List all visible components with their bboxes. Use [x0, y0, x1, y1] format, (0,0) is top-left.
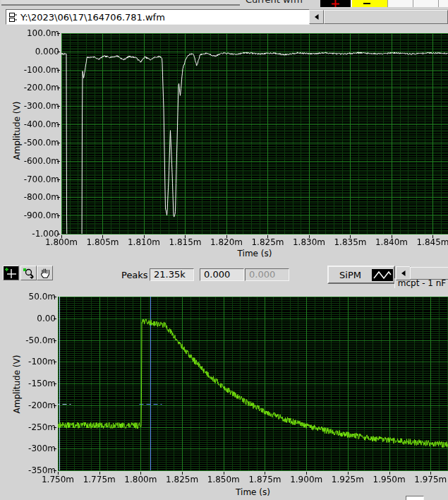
pan-tool-button[interactable]	[37, 266, 53, 280]
path-icon	[8, 12, 18, 23]
y-tick-label: -500.0m	[17, 138, 59, 148]
y-tick-label: -350m	[13, 465, 56, 475]
y-tick-label: -400.0m	[17, 119, 59, 129]
plot-legend-strip	[320, 0, 448, 7]
legend-highlight-cell[interactable]	[352, 0, 387, 7]
x-tick-label: 1.800m	[43, 237, 80, 247]
x-axis-label: Time (s)	[61, 249, 448, 258]
arrow-left-icon	[313, 13, 321, 21]
magnifier-icon	[22, 267, 35, 279]
x-tick-label: 1.750m	[40, 475, 76, 484]
sipm-plot[interactable]	[53, 294, 448, 477]
zoom-tool-button[interactable]	[20, 266, 37, 280]
y-tick-label: -300m	[13, 444, 56, 453]
x-tick-label: 1.825m	[164, 475, 200, 484]
dash-icon	[363, 3, 370, 4]
cursor-tool-button[interactable]	[3, 266, 19, 280]
waveform-icon	[372, 269, 393, 281]
x-axis-label: Time (s)	[58, 487, 448, 497]
y-tick-label: -300.0m	[17, 101, 59, 111]
y-tick-label: -100m	[13, 357, 56, 367]
x-tick-label: 1.800m	[122, 475, 159, 484]
cutoff-control-edge	[1, 0, 240, 6]
x-tick-label: 1.815m	[167, 237, 203, 247]
y-tick-label: -700.0m	[17, 174, 59, 184]
wfm-scrollbar	[309, 9, 448, 23]
value-indicator-2: 0.000	[200, 268, 244, 281]
x-tick-label: 1.925m	[329, 475, 366, 484]
legend-empty-cell	[413, 0, 438, 7]
x-tick-label: 1.820m	[208, 237, 245, 247]
graph-palette	[3, 266, 56, 281]
y-tick-label: -50.0m	[13, 335, 56, 345]
y-tick-label: -200.0m	[17, 83, 59, 93]
peaks-count-indicator: 21.35k	[150, 268, 194, 281]
arrow-left-icon	[399, 269, 408, 278]
graph-toolbar: Peaks 21.35k 0.000 0.000 SiPM mcpt - 1 n…	[0, 263, 448, 288]
x-tick-label: 1.900m	[288, 475, 325, 484]
x-tick-label: 1.875m	[246, 475, 283, 484]
scrollbar-thumb[interactable]	[324, 10, 448, 24]
y-tick-label: -900.0m	[17, 210, 59, 220]
x-tick-label: 1.975m	[412, 475, 448, 484]
wfm-path-control[interactable]	[6, 9, 310, 25]
app: Current wfm	[0, 0, 448, 500]
y-tick-label: 0.00	[13, 314, 56, 323]
cutoff-control-bottom	[406, 496, 424, 500]
current-wfm-label: Current wfm	[246, 0, 303, 5]
legend-empty-cell	[438, 0, 448, 7]
x-tick-label: 1.805m	[84, 237, 121, 247]
scroll-left-button[interactable]	[309, 10, 324, 24]
x-tick-label: 1.825m	[249, 237, 286, 247]
x-tick-label: 1.845m	[414, 237, 448, 247]
current-wfm-label-clipped: Current wfm	[244, 0, 320, 6]
sipm-graph: Amplitude (V) Time (s) 50.0m0.00-50.0m-1…	[0, 287, 448, 500]
peaks-label: Peaks	[121, 270, 148, 280]
labview-panel: { "window": { "panel_bg": "#d3d3d3", "pl…	[0, 0, 448, 500]
plot-legend-label: SiPM	[329, 270, 372, 280]
y-tick-label: -250m	[13, 422, 56, 432]
x-tick-label: 1.850m	[205, 475, 242, 484]
y-tick-label: -200m	[13, 400, 56, 410]
x-tick-label: 1.835m	[332, 237, 368, 247]
y-tick-label: -600.0m	[17, 156, 59, 166]
x-tick-label: 1.830m	[291, 237, 327, 247]
y-tick-label: 0.000	[17, 47, 59, 56]
y-tick-label: -100.0m	[17, 65, 59, 75]
wfm-path-input[interactable]	[18, 11, 309, 23]
hand-icon	[39, 267, 51, 279]
y-tick-label: -800.0m	[17, 192, 59, 202]
x-tick-label: 1.950m	[371, 475, 408, 484]
crosshair-icon	[4, 267, 18, 279]
plus-icon	[332, 0, 339, 7]
x-tick-label: 1.810m	[126, 237, 162, 247]
current-wfm-plot[interactable]	[56, 31, 448, 240]
current-wfm-graph: Amplitude (V) Time (s) 100.0m0.000-100.0…	[0, 25, 448, 263]
legend-empty-cell	[387, 0, 413, 7]
value-indicator-3: 0.000	[245, 268, 289, 281]
x-tick-label: 1.775m	[81, 475, 118, 484]
y-tick-label: 50.0m	[13, 292, 56, 302]
plot-legend-button[interactable]: SiPM	[327, 266, 395, 284]
x-tick-label: 1.840m	[373, 237, 410, 247]
y-tick-label: 100.0m	[17, 28, 59, 38]
legend-cursor-cell[interactable]	[320, 0, 351, 7]
y-tick-label: -150m	[13, 379, 56, 388]
